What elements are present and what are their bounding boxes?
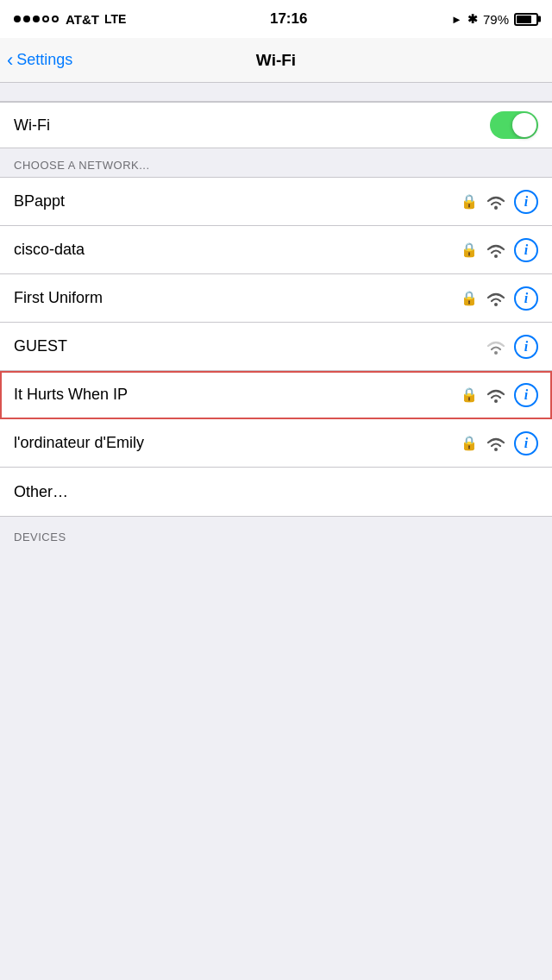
svg-point-3 xyxy=(494,351,498,355)
network-row-other[interactable]: Other… xyxy=(0,468,552,516)
battery-percentage: 79% xyxy=(483,12,509,27)
info-button[interactable]: i xyxy=(514,335,538,359)
signal-dots xyxy=(14,16,59,22)
back-button[interactable]: ‹ Settings xyxy=(7,51,72,70)
lock-icon: 🔒 xyxy=(461,193,478,210)
svg-point-5 xyxy=(494,448,498,451)
signal-dot-4 xyxy=(42,16,49,22)
network-icons: i xyxy=(485,335,538,359)
nav-bar: ‹ Settings Wi-Fi xyxy=(0,38,552,83)
signal-dot-1 xyxy=(14,16,21,22)
info-button[interactable]: i xyxy=(514,190,538,214)
signal-dot-2 xyxy=(23,16,30,22)
top-spacer xyxy=(0,83,552,102)
battery-fill xyxy=(517,16,531,23)
svg-point-2 xyxy=(494,303,498,306)
network-name: l'ordinateur d'Emily xyxy=(14,434,461,452)
carrier-label: AT&T xyxy=(66,12,99,27)
network-row[interactable]: cisco-data 🔒 i xyxy=(0,226,552,274)
info-button[interactable]: i xyxy=(514,383,538,407)
info-button[interactable]: i xyxy=(514,431,538,455)
lock-icon: 🔒 xyxy=(461,242,478,258)
network-icons: 🔒 i xyxy=(461,431,538,455)
info-button[interactable]: i xyxy=(514,286,538,311)
network-icons: 🔒 i xyxy=(461,383,538,407)
signal-dot-3 xyxy=(33,16,40,22)
signal-dot-5 xyxy=(52,16,59,22)
lock-icon: 🔒 xyxy=(461,290,478,306)
network-row[interactable]: First Uniform 🔒 i xyxy=(0,274,552,323)
wifi-signal-icon xyxy=(485,386,507,404)
network-name: BPappt xyxy=(14,192,461,210)
network-name: First Uniform xyxy=(14,289,461,307)
network-row[interactable]: l'ordinateur d'Emily 🔒 i xyxy=(0,419,552,468)
lock-icon: 🔒 xyxy=(461,435,478,451)
wifi-signal-icon xyxy=(485,338,507,355)
svg-point-0 xyxy=(494,206,498,210)
status-time: 17:16 xyxy=(270,10,307,28)
battery-icon xyxy=(514,13,538,26)
wifi-signal-icon xyxy=(485,290,507,307)
lock-icon: 🔒 xyxy=(461,386,478,403)
status-bar: AT&T LTE 17:16 ► ✱ 79% xyxy=(0,0,552,38)
status-right: ► ✱ 79% xyxy=(451,12,538,27)
info-button[interactable]: i xyxy=(514,238,538,262)
network-row-highlighted[interactable]: It Hurts When IP 🔒 i xyxy=(0,371,552,419)
chevron-left-icon: ‹ xyxy=(7,51,13,70)
wifi-signal-icon xyxy=(485,242,507,259)
network-other-label: Other… xyxy=(14,483,538,501)
network-list: BPappt 🔒 i cisco-data 🔒 i First Uni xyxy=(0,177,552,517)
network-icons: 🔒 i xyxy=(461,190,538,214)
network-icons: 🔒 i xyxy=(461,286,538,311)
wifi-signal-icon xyxy=(485,435,507,452)
wifi-toggle-group: Wi-Fi xyxy=(0,102,552,148)
network-type-label: LTE xyxy=(104,12,126,26)
svg-point-4 xyxy=(494,399,498,403)
devices-section-header: DEVICES xyxy=(0,517,552,549)
network-name: GUEST xyxy=(14,337,485,355)
wifi-label: Wi-Fi xyxy=(14,116,50,135)
toggle-knob xyxy=(512,113,536,137)
location-icon: ► xyxy=(451,13,462,26)
page-title: Wi-Fi xyxy=(256,51,296,70)
back-label: Settings xyxy=(16,51,72,69)
network-icons: 🔒 i xyxy=(461,238,538,262)
svg-point-1 xyxy=(494,254,498,258)
network-name: It Hurts When IP xyxy=(14,386,461,404)
bluetooth-icon: ✱ xyxy=(467,12,478,26)
network-row[interactable]: GUEST i xyxy=(0,323,552,371)
wifi-signal-icon xyxy=(485,193,507,210)
network-section-header: CHOOSE A NETWORK... xyxy=(0,148,552,177)
network-row[interactable]: BPappt 🔒 i xyxy=(0,178,552,226)
status-left: AT&T LTE xyxy=(14,12,126,27)
wifi-toggle-row: Wi-Fi xyxy=(0,103,552,148)
wifi-toggle[interactable] xyxy=(490,111,538,139)
network-name: cisco-data xyxy=(14,241,461,259)
